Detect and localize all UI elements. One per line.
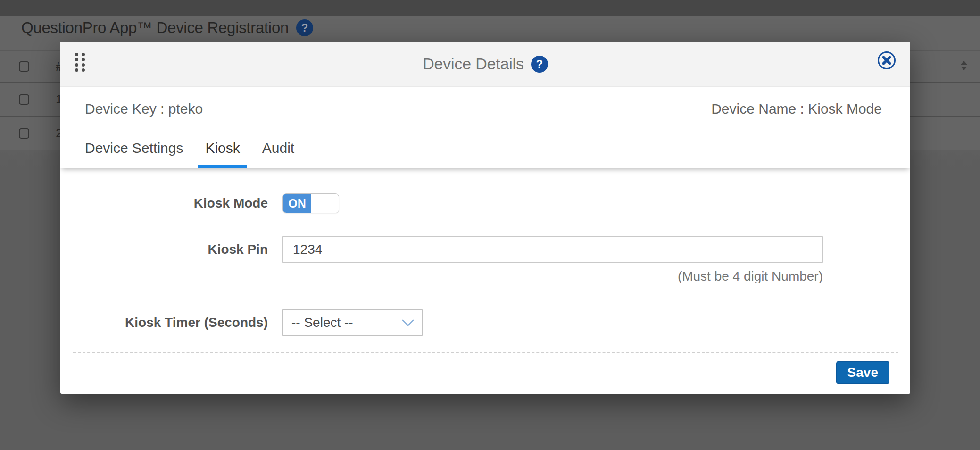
kiosk-pin-input[interactable] xyxy=(282,236,823,263)
top-navbar xyxy=(0,0,980,16)
row-checkbox xyxy=(19,94,29,105)
tab-kiosk[interactable]: Kiosk xyxy=(198,131,247,168)
kiosk-timer-label: Kiosk Timer (Seconds) xyxy=(60,315,268,330)
page-header: QuestionPro App™ Device Registration ? xyxy=(21,18,313,38)
kiosk-mode-label: Kiosk Mode xyxy=(60,196,268,211)
kiosk-timer-row: Kiosk Timer (Seconds) -- Select -- xyxy=(60,309,910,336)
kiosk-mode-row: Kiosk Mode ON xyxy=(60,193,910,213)
row-checkbox xyxy=(19,128,29,139)
modal-help-icon[interactable]: ? xyxy=(531,56,548,73)
tab-device-settings[interactable]: Device Settings xyxy=(78,131,190,168)
device-key-name-row: Device Key : pteko Device Name : Kiosk M… xyxy=(60,87,910,131)
kiosk-pin-label: Kiosk Pin xyxy=(60,242,268,257)
modal-header: Device Details ? xyxy=(60,42,910,87)
divider xyxy=(73,352,898,353)
sort-icon xyxy=(960,60,968,73)
chevron-down-icon xyxy=(402,315,414,330)
toggle-knob[interactable] xyxy=(311,194,339,213)
page-help-icon: ? xyxy=(296,19,313,36)
drag-handle-icon[interactable] xyxy=(75,53,85,72)
toggle-on-label: ON xyxy=(283,194,311,213)
modal-title-wrap: Device Details ? xyxy=(423,55,548,73)
kiosk-timer-select[interactable]: -- Select -- xyxy=(282,309,423,336)
select-value: -- Select -- xyxy=(291,315,353,330)
device-name: Device Name : Kiosk Mode xyxy=(711,101,882,117)
tab-bar: Device Settings Kiosk Audit xyxy=(60,131,910,168)
device-details-modal: Device Details ? Device Key : pteko Devi… xyxy=(60,42,910,394)
modal-top-section: Device Details ? Device Key : pteko Devi… xyxy=(60,42,910,168)
kiosk-pin-hint: (Must be 4 digit Number) xyxy=(678,269,823,284)
kiosk-pin-row: Kiosk Pin xyxy=(60,236,910,263)
device-key: Device Key : pteko xyxy=(85,101,203,117)
save-button[interactable]: Save xyxy=(836,361,889,384)
page-title: QuestionPro App™ Device Registration xyxy=(21,19,289,37)
tab-audit[interactable]: Audit xyxy=(255,131,301,168)
kiosk-mode-toggle[interactable]: ON xyxy=(282,193,339,213)
modal-title: Device Details xyxy=(423,55,524,73)
select-all-checkbox xyxy=(19,61,29,72)
close-icon[interactable] xyxy=(876,50,897,71)
